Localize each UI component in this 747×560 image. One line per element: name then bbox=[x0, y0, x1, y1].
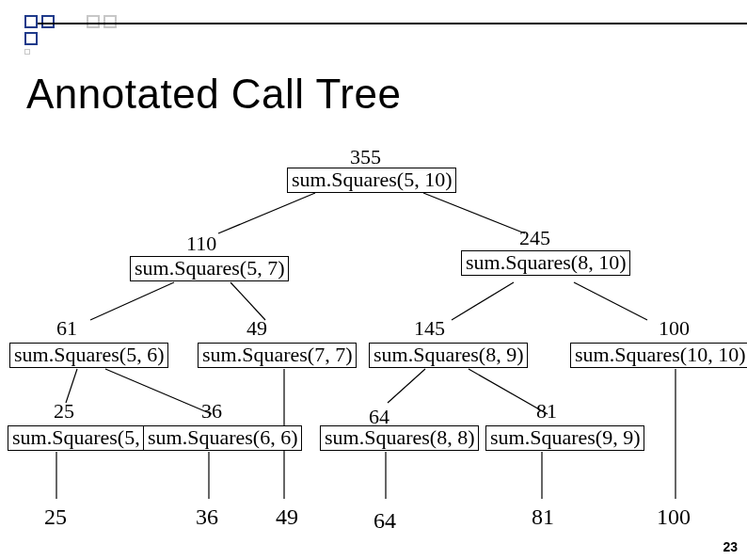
node-value-l: 110 bbox=[186, 232, 216, 256]
page-number: 23 bbox=[723, 539, 738, 554]
node-call-rr: sum.Squares(10, 10) bbox=[570, 343, 747, 368]
node-call-root: sum.Squares(5, 10) bbox=[287, 168, 456, 193]
node-value-rr: 100 bbox=[659, 316, 690, 341]
svg-line-8 bbox=[388, 369, 425, 403]
node-call-llr: sum.Squares(6, 6) bbox=[143, 425, 302, 451]
leaf-value-e: 81 bbox=[532, 504, 554, 530]
svg-line-4 bbox=[452, 282, 514, 320]
node-value-rl: 145 bbox=[414, 316, 445, 341]
svg-line-1 bbox=[423, 193, 525, 233]
node-value-r: 245 bbox=[519, 226, 550, 250]
node-value-root: 355 bbox=[350, 145, 381, 169]
svg-line-0 bbox=[218, 193, 315, 233]
node-value-lr: 49 bbox=[246, 316, 267, 341]
svg-line-2 bbox=[90, 282, 174, 320]
decorative-bullets bbox=[24, 15, 137, 51]
node-value-rlr: 81 bbox=[536, 399, 557, 424]
node-call-l: sum.Squares(5, 7) bbox=[130, 256, 289, 281]
svg-line-3 bbox=[230, 282, 265, 320]
leaf-value-b: 36 bbox=[196, 504, 218, 530]
slide-title: Annotated Call Tree bbox=[26, 71, 401, 118]
leaf-value-d: 64 bbox=[374, 508, 396, 534]
node-call-rll: sum.Squares(8, 8) bbox=[320, 425, 479, 451]
node-call-lr: sum.Squares(7, 7) bbox=[198, 343, 357, 368]
node-value-lll: 25 bbox=[54, 399, 74, 424]
svg-line-6 bbox=[66, 369, 77, 403]
node-value-ll: 61 bbox=[56, 316, 77, 341]
node-call-rlr: sum.Squares(9, 9) bbox=[485, 425, 644, 451]
leaf-value-f: 100 bbox=[657, 504, 691, 530]
svg-line-7 bbox=[105, 369, 212, 414]
node-call-ll: sum.Squares(5, 6) bbox=[9, 343, 168, 368]
leaf-value-a: 25 bbox=[44, 504, 67, 530]
node-value-llr: 36 bbox=[201, 399, 222, 424]
leaf-value-c: 49 bbox=[276, 504, 298, 530]
node-call-rl: sum.Squares(8, 9) bbox=[369, 343, 528, 368]
svg-line-5 bbox=[574, 282, 647, 320]
slide-stage: { "title": "Annotated Call Tree", "page_… bbox=[0, 0, 747, 560]
node-call-r: sum.Squares(8, 10) bbox=[461, 250, 630, 276]
